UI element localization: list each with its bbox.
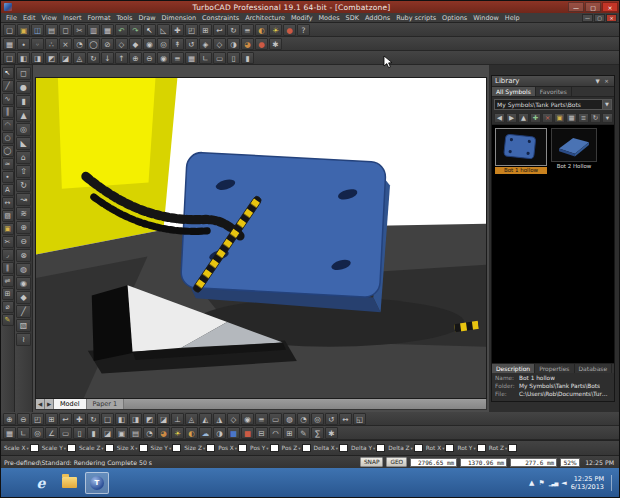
deform-tool-icon[interactable]: ≀ [16, 333, 31, 346]
internet-explorer-button[interactable]: e [29, 472, 53, 494]
curve-tool-icon[interactable]: ≈ [2, 158, 14, 170]
pan-view-icon[interactable]: ✚ [73, 413, 86, 425]
calculator-icon[interactable]: ⊞ [283, 427, 296, 439]
field-dropdown-icon[interactable]: ▾ [298, 446, 300, 451]
field-value-input[interactable] [238, 444, 247, 452]
workplane-by-entity-icon[interactable]: ◆ [129, 38, 142, 50]
field-dropdown-icon[interactable]: ▾ [473, 446, 475, 451]
slice-tool-icon[interactable]: ╱ [16, 305, 31, 318]
view-bottom-icon[interactable]: ⊥ [171, 413, 184, 425]
snap-tangent-icon[interactable]: ◯ [87, 38, 100, 50]
document-close-button[interactable]: × [606, 14, 617, 22]
turbocad-taskbar-button[interactable]: T [85, 472, 109, 494]
menu-dimension[interactable]: Dimension [158, 13, 199, 23]
aerial-view-icon[interactable]: ◍ [283, 413, 296, 425]
select-tool-icon[interactable]: ↖ [2, 67, 14, 79]
erase-icon[interactable]: ◺ [157, 24, 170, 36]
options-icon[interactable]: ▾ [602, 113, 613, 123]
open-file-icon[interactable]: ▣ [17, 24, 30, 36]
network-icon[interactable]: ▁▃▅ [549, 478, 558, 488]
menu-draw[interactable]: Draw [136, 13, 159, 23]
view-top-icon[interactable]: □ [101, 413, 114, 425]
shell-tool-icon[interactable]: ◍ [16, 263, 31, 276]
quality-render-icon[interactable]: ◕ [157, 427, 170, 439]
arc-tool-icon[interactable]: ◠ [2, 119, 14, 131]
render-settings-icon[interactable]: ✱ [269, 38, 282, 50]
environments-icon[interactable]: ☁ [199, 427, 212, 439]
model-viewport[interactable] [35, 77, 487, 399]
trim-tool-icon[interactable]: ✂ [2, 236, 14, 248]
draft-render-icon[interactable]: ◔ [143, 427, 156, 439]
menu-tools[interactable]: Tools [113, 13, 135, 23]
close-button[interactable]: × [602, 2, 618, 12]
field-dropdown-icon[interactable]: ▾ [266, 446, 268, 451]
hidden-line-mode-icon[interactable]: ◇ [213, 38, 226, 50]
facet-editor-icon[interactable]: ▧ [16, 319, 31, 332]
ellipse-tool-icon[interactable]: ◯ [2, 145, 14, 157]
boolean-add-icon[interactable]: ⊕ [16, 221, 31, 234]
chamfer-edges-icon[interactable]: ◆ [16, 291, 31, 304]
workplane-top-icon[interactable]: ▭ [59, 427, 72, 439]
pan-icon[interactable]: ✚ [171, 24, 184, 36]
field-value-input[interactable] [172, 444, 181, 452]
boolean-intersect-icon[interactable]: ⊗ [16, 249, 31, 262]
geo-toggle-button[interactable]: GEO [386, 457, 407, 467]
view-back-icon[interactable]: ◨ [31, 52, 44, 64]
chevron-down-icon[interactable]: ▼ [603, 99, 612, 110]
named-views-icon[interactable]: ≡ [171, 52, 184, 64]
birds-eye-icon[interactable]: ◔ [297, 413, 310, 425]
view-top-icon[interactable]: □ [3, 52, 16, 64]
up-level-icon[interactable]: ▲ [518, 113, 529, 123]
save-icon[interactable]: ◫ [31, 24, 44, 36]
hatch-tool-icon[interactable]: ▨ [2, 210, 14, 222]
view-front-icon[interactable]: ◧ [115, 413, 128, 425]
file-explorer-button[interactable] [57, 472, 81, 494]
snap-grid-icon[interactable]: ▦ [3, 38, 16, 50]
minimize-button[interactable]: — [568, 2, 584, 12]
materials-editor-icon[interactable]: ◐ [185, 427, 198, 439]
menu-options[interactable]: Options [439, 13, 470, 23]
grid-toggle-icon[interactable]: ▦ [3, 427, 16, 439]
view-iso-sw-icon[interactable]: ◇ [227, 413, 240, 425]
dimension-tool-icon[interactable]: ↔ [2, 197, 14, 209]
field-dropdown-icon[interactable]: ▾ [101, 446, 103, 451]
zoom-extents-icon[interactable]: ⊞ [199, 24, 212, 36]
field-dropdown-icon[interactable]: ▾ [135, 446, 137, 451]
snap-intersection-icon[interactable]: × [59, 38, 72, 50]
view-iso-nw-icon[interactable]: ◭ [199, 413, 212, 425]
select-icon[interactable]: ↖ [143, 24, 156, 36]
library-bottom-tab-database[interactable]: Database [575, 364, 613, 373]
refresh-icon[interactable]: ↻ [590, 113, 601, 123]
paint-tool-icon[interactable]: ✎ [2, 314, 14, 326]
menu-addons[interactable]: AddOns [362, 13, 393, 23]
view-front-icon[interactable]: ◧ [17, 52, 30, 64]
angle-lock-icon[interactable]: ∠ [45, 427, 58, 439]
coordinate-x-field[interactable]: 2796.65 mm [410, 458, 457, 467]
extrude-tool-icon[interactable]: ⇧ [16, 165, 31, 178]
view-right-icon[interactable]: ◪ [157, 413, 170, 425]
menu-format[interactable]: Format [85, 13, 114, 23]
cone-3d-icon[interactable]: ▲ [16, 109, 31, 122]
document-restore-button[interactable]: ▢ [594, 14, 605, 22]
lights-icon[interactable]: ☀ [269, 24, 282, 36]
workplane-side-icon[interactable]: ▮ [87, 427, 100, 439]
zoom-selection-icon[interactable]: ◎ [311, 413, 324, 425]
walk-through-icon[interactable]: ↟ [171, 38, 184, 50]
fillet-tool-icon[interactable]: ◞ [2, 249, 14, 261]
library-bottom-tab-properties[interactable]: Properties [535, 364, 574, 373]
dynamic-view-icon[interactable]: ↔ [339, 413, 352, 425]
zoom-level-field[interactable]: 52% [560, 458, 580, 467]
snap-nearest-icon[interactable]: ∴ [45, 38, 58, 50]
taskbar-clock[interactable]: 12:25 PM 6/13/2013 [571, 475, 604, 491]
menu-modify[interactable]: Modify [288, 13, 316, 23]
new-category-icon[interactable]: ▣ [554, 113, 565, 123]
tray-expand-icon[interactable]: ▲ [529, 478, 534, 488]
zoom-window-icon[interactable]: ◰ [185, 24, 198, 36]
no-snap-icon[interactable]: ⊘ [101, 38, 114, 50]
field-dropdown-icon[interactable]: ▾ [411, 446, 413, 451]
zoom-out-icon[interactable]: ⊖ [143, 52, 156, 64]
menu-window[interactable]: Window [470, 13, 502, 23]
background-color-icon[interactable]: ■ [227, 427, 240, 439]
settings-icon[interactable]: ✱ [325, 427, 338, 439]
wireframe-mode-icon[interactable]: ◈ [199, 38, 212, 50]
